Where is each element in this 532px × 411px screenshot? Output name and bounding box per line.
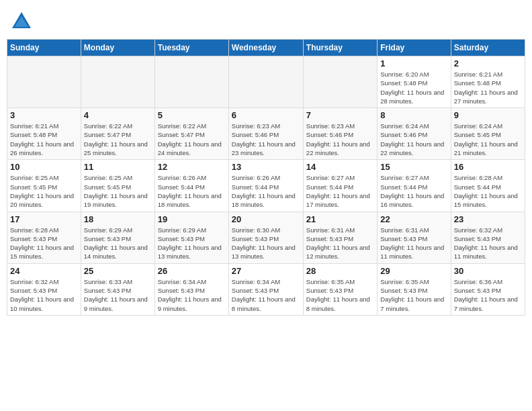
day-number: 25 [84, 266, 152, 276]
day-number: 15 [380, 162, 447, 172]
calendar-table: SundayMondayTuesdayWednesdayThursdayFrid… [7, 39, 525, 316]
calendar-cell: 13Sunrise: 6:26 AM Sunset: 5:44 PM Dayli… [228, 160, 303, 212]
calendar-cell: 20Sunrise: 6:30 AM Sunset: 5:43 PM Dayli… [228, 212, 303, 263]
day-info: Sunrise: 6:25 AM Sunset: 5:45 PM Dayligh… [84, 173, 152, 209]
column-header-thursday: Thursday [303, 40, 377, 56]
day-number: 29 [380, 266, 447, 276]
day-info: Sunrise: 6:32 AM Sunset: 5:43 PM Dayligh… [10, 277, 78, 313]
calendar-cell: 28Sunrise: 6:35 AM Sunset: 5:43 PM Dayli… [303, 263, 377, 315]
logo [9, 9, 36, 34]
calendar-cell: 11Sunrise: 6:25 AM Sunset: 5:45 PM Dayli… [81, 160, 154, 212]
day-info: Sunrise: 6:29 AM Sunset: 5:43 PM Dayligh… [158, 226, 226, 261]
day-number: 21 [306, 214, 374, 224]
calendar-cell: 18Sunrise: 6:29 AM Sunset: 5:43 PM Dayli… [81, 212, 154, 263]
calendar-week-row: 10Sunrise: 6:25 AM Sunset: 5:45 PM Dayli… [7, 160, 525, 212]
day-number: 23 [454, 214, 522, 224]
day-info: Sunrise: 6:32 AM Sunset: 5:43 PM Dayligh… [454, 226, 522, 261]
day-info: Sunrise: 6:33 AM Sunset: 5:43 PM Dayligh… [84, 277, 152, 313]
day-info: Sunrise: 6:34 AM Sunset: 5:43 PM Dayligh… [158, 277, 226, 313]
calendar-cell: 1Sunrise: 6:20 AM Sunset: 5:48 PM Daylig… [378, 56, 451, 108]
calendar-cell: 7Sunrise: 6:23 AM Sunset: 5:46 PM Daylig… [303, 108, 377, 160]
day-info: Sunrise: 6:23 AM Sunset: 5:46 PM Dayligh… [232, 122, 300, 157]
calendar-week-row: 17Sunrise: 6:28 AM Sunset: 5:43 PM Dayli… [7, 212, 525, 263]
calendar-cell: 10Sunrise: 6:25 AM Sunset: 5:45 PM Dayli… [7, 160, 81, 212]
day-number: 3 [10, 110, 78, 120]
column-header-saturday: Saturday [451, 40, 525, 56]
day-info: Sunrise: 6:31 AM Sunset: 5:43 PM Dayligh… [306, 226, 374, 261]
column-header-monday: Monday [81, 40, 154, 56]
day-info: Sunrise: 6:26 AM Sunset: 5:44 PM Dayligh… [158, 173, 226, 209]
day-number: 19 [158, 214, 226, 224]
day-number: 12 [158, 162, 226, 172]
calendar-cell: 27Sunrise: 6:34 AM Sunset: 5:43 PM Dayli… [228, 263, 303, 315]
day-number: 26 [158, 266, 226, 276]
day-info: Sunrise: 6:24 AM Sunset: 5:45 PM Dayligh… [454, 122, 522, 157]
day-info: Sunrise: 6:21 AM Sunset: 5:48 PM Dayligh… [10, 122, 78, 157]
calendar-week-row: 1Sunrise: 6:20 AM Sunset: 5:48 PM Daylig… [7, 56, 525, 108]
day-number: 14 [306, 162, 374, 172]
calendar-cell [81, 56, 154, 108]
calendar-cell [7, 56, 81, 108]
day-number: 8 [380, 110, 447, 120]
day-info: Sunrise: 6:28 AM Sunset: 5:44 PM Dayligh… [454, 173, 522, 209]
day-number: 17 [10, 214, 78, 224]
column-header-tuesday: Tuesday [154, 40, 228, 56]
day-info: Sunrise: 6:21 AM Sunset: 5:48 PM Dayligh… [454, 70, 522, 105]
day-number: 11 [84, 162, 152, 172]
column-header-friday: Friday [378, 40, 451, 56]
calendar-cell: 3Sunrise: 6:21 AM Sunset: 5:48 PM Daylig… [7, 108, 81, 160]
day-info: Sunrise: 6:31 AM Sunset: 5:43 PM Dayligh… [380, 226, 447, 261]
page-header [7, 7, 525, 34]
day-number: 20 [232, 214, 300, 224]
day-number: 6 [232, 110, 300, 120]
calendar-week-row: 24Sunrise: 6:32 AM Sunset: 5:43 PM Dayli… [7, 263, 525, 315]
calendar-cell: 25Sunrise: 6:33 AM Sunset: 5:43 PM Dayli… [81, 263, 154, 315]
day-info: Sunrise: 6:24 AM Sunset: 5:46 PM Dayligh… [380, 122, 447, 157]
calendar-cell: 22Sunrise: 6:31 AM Sunset: 5:43 PM Dayli… [378, 212, 451, 263]
day-number: 7 [306, 110, 374, 120]
day-number: 13 [232, 162, 300, 172]
day-number: 16 [454, 162, 522, 172]
calendar-cell: 16Sunrise: 6:28 AM Sunset: 5:44 PM Dayli… [451, 160, 525, 212]
day-info: Sunrise: 6:35 AM Sunset: 5:43 PM Dayligh… [380, 277, 447, 313]
calendar-week-row: 3Sunrise: 6:21 AM Sunset: 5:48 PM Daylig… [7, 108, 525, 160]
calendar-cell [303, 56, 377, 108]
day-number: 22 [380, 214, 447, 224]
column-header-sunday: Sunday [7, 40, 81, 56]
day-info: Sunrise: 6:36 AM Sunset: 5:43 PM Dayligh… [454, 277, 522, 313]
calendar-cell: 6Sunrise: 6:23 AM Sunset: 5:46 PM Daylig… [228, 108, 303, 160]
calendar-cell: 8Sunrise: 6:24 AM Sunset: 5:46 PM Daylig… [378, 108, 451, 160]
day-number: 2 [454, 58, 522, 68]
day-number: 5 [158, 110, 226, 120]
day-info: Sunrise: 6:23 AM Sunset: 5:46 PM Dayligh… [306, 122, 374, 157]
calendar-cell: 19Sunrise: 6:29 AM Sunset: 5:43 PM Dayli… [154, 212, 228, 263]
day-info: Sunrise: 6:25 AM Sunset: 5:45 PM Dayligh… [10, 173, 78, 209]
day-info: Sunrise: 6:26 AM Sunset: 5:44 PM Dayligh… [232, 173, 300, 209]
day-info: Sunrise: 6:29 AM Sunset: 5:43 PM Dayligh… [84, 226, 152, 261]
day-info: Sunrise: 6:27 AM Sunset: 5:44 PM Dayligh… [380, 173, 447, 209]
day-info: Sunrise: 6:22 AM Sunset: 5:47 PM Dayligh… [158, 122, 226, 157]
day-number: 4 [84, 110, 152, 120]
column-header-wednesday: Wednesday [228, 40, 303, 56]
day-info: Sunrise: 6:22 AM Sunset: 5:47 PM Dayligh… [84, 122, 152, 157]
calendar-cell: 26Sunrise: 6:34 AM Sunset: 5:43 PM Dayli… [154, 263, 228, 315]
calendar-cell [228, 56, 303, 108]
day-info: Sunrise: 6:30 AM Sunset: 5:43 PM Dayligh… [232, 226, 300, 261]
calendar-cell: 15Sunrise: 6:27 AM Sunset: 5:44 PM Dayli… [378, 160, 451, 212]
calendar-cell: 4Sunrise: 6:22 AM Sunset: 5:47 PM Daylig… [81, 108, 154, 160]
day-number: 27 [232, 266, 300, 276]
calendar-cell: 9Sunrise: 6:24 AM Sunset: 5:45 PM Daylig… [451, 108, 525, 160]
calendar-cell: 29Sunrise: 6:35 AM Sunset: 5:43 PM Dayli… [378, 263, 451, 315]
calendar-cell: 5Sunrise: 6:22 AM Sunset: 5:47 PM Daylig… [154, 108, 228, 160]
calendar-cell: 2Sunrise: 6:21 AM Sunset: 5:48 PM Daylig… [451, 56, 525, 108]
day-number: 28 [306, 266, 374, 276]
day-number: 1 [380, 58, 447, 68]
day-info: Sunrise: 6:34 AM Sunset: 5:43 PM Dayligh… [232, 277, 300, 313]
day-number: 18 [84, 214, 152, 224]
day-number: 10 [10, 162, 78, 172]
calendar-cell: 23Sunrise: 6:32 AM Sunset: 5:43 PM Dayli… [451, 212, 525, 263]
day-info: Sunrise: 6:20 AM Sunset: 5:48 PM Dayligh… [380, 70, 447, 105]
day-number: 24 [10, 266, 78, 276]
calendar-cell [154, 56, 228, 108]
day-number: 30 [454, 266, 522, 276]
